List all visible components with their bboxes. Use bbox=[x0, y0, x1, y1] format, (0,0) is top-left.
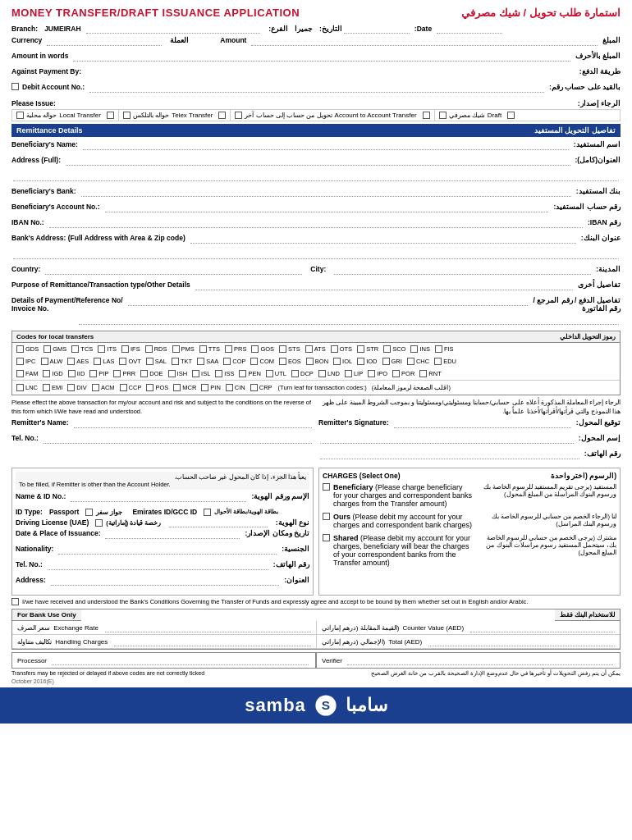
draft-checkbox2[interactable] bbox=[507, 112, 515, 119]
code-GDS[interactable]: GDS bbox=[14, 345, 41, 354]
code-TKT[interactable]: TKT bbox=[169, 357, 195, 366]
code-IOL[interactable]: IOL bbox=[331, 357, 355, 366]
code-SAL[interactable]: SAL bbox=[144, 357, 169, 366]
code-POR[interactable]: POR bbox=[390, 369, 417, 378]
code-GRI[interactable]: GRI bbox=[380, 357, 405, 366]
bank-address-field2[interactable] bbox=[13, 249, 619, 259]
nationality-field[interactable] bbox=[58, 545, 277, 555]
code-SCO[interactable]: SCO bbox=[381, 345, 408, 354]
driving-license-checkbox[interactable] bbox=[95, 519, 103, 527]
beneficiary-charge-checkbox[interactable] bbox=[323, 483, 330, 491]
date-place-field[interactable] bbox=[105, 529, 240, 539]
code-ISS[interactable]: ISS bbox=[213, 369, 236, 378]
code-MCR[interactable]: MCR bbox=[171, 382, 199, 393]
code-RDS[interactable]: RDS bbox=[143, 345, 170, 354]
local-transfer-checkbox2[interactable] bbox=[107, 112, 114, 119]
code-LIP[interactable]: LIP bbox=[342, 369, 365, 378]
code-AES[interactable]: AES bbox=[65, 357, 91, 366]
code-IID[interactable]: IID bbox=[66, 369, 88, 378]
code-PRR[interactable]: PRR bbox=[111, 369, 138, 378]
iban-field[interactable] bbox=[49, 218, 583, 228]
code-CIN[interactable]: CIN bbox=[223, 382, 248, 393]
ben-account-field[interactable] bbox=[105, 203, 549, 212]
name-id-field[interactable] bbox=[71, 492, 246, 502]
code-ISH[interactable]: ISH bbox=[166, 369, 190, 378]
remitter-name-ar-field[interactable] bbox=[320, 434, 574, 444]
total-field[interactable] bbox=[428, 637, 615, 646]
code-DIV[interactable]: DIV bbox=[65, 382, 89, 393]
country-field[interactable] bbox=[45, 265, 302, 275]
code-EDU[interactable]: EDU bbox=[432, 357, 459, 366]
currency-field[interactable] bbox=[47, 36, 162, 46]
code-CCP[interactable]: CCP bbox=[117, 382, 144, 393]
code-POS[interactable]: POS bbox=[144, 382, 171, 393]
account-transfer-checkbox2[interactable] bbox=[423, 112, 430, 119]
code-RNT[interactable]: RNT bbox=[417, 369, 443, 378]
code-OVT[interactable]: OVT bbox=[117, 357, 143, 366]
filler-tel-field[interactable] bbox=[48, 560, 268, 570]
code-PIN[interactable]: PIN bbox=[199, 382, 223, 393]
code-PMS[interactable]: PMS bbox=[170, 345, 197, 354]
code-DCP[interactable]: DCP bbox=[289, 369, 316, 378]
verifier-field[interactable] bbox=[347, 655, 613, 665]
id-type-field[interactable] bbox=[169, 518, 267, 527]
passport-checkbox[interactable] bbox=[85, 509, 93, 516]
code-CHC[interactable]: CHC bbox=[405, 357, 432, 366]
agreement-checkbox[interactable] bbox=[11, 598, 19, 605]
date-field-ar[interactable] bbox=[344, 24, 410, 34]
filler-address-field[interactable] bbox=[51, 576, 279, 586]
remitter-tel-field[interactable] bbox=[44, 434, 312, 444]
code-PEN[interactable]: PEN bbox=[236, 369, 263, 378]
code-COM[interactable]: COM bbox=[248, 357, 277, 366]
remitter-name-field[interactable] bbox=[74, 418, 312, 428]
code-LNC[interactable]: LNC bbox=[14, 382, 40, 393]
code-ISL[interactable]: ISL bbox=[190, 369, 213, 378]
payment-details-field[interactable] bbox=[128, 296, 529, 306]
code-PRS[interactable]: PRS bbox=[222, 345, 249, 354]
ben-bank-field[interactable] bbox=[81, 187, 571, 197]
draft-checkbox[interactable] bbox=[439, 112, 447, 119]
code-STR[interactable]: STR bbox=[355, 345, 381, 354]
code-PIP[interactable]: PIP bbox=[87, 369, 111, 378]
debit-field[interactable] bbox=[89, 83, 544, 93]
code-GOS[interactable]: GOS bbox=[249, 345, 277, 354]
city-field[interactable] bbox=[334, 265, 591, 275]
code-LAS[interactable]: LAS bbox=[91, 357, 117, 366]
code-COP[interactable]: COP bbox=[221, 357, 248, 366]
code-ITS[interactable]: ITS bbox=[95, 345, 119, 354]
account-transfer-checkbox[interactable] bbox=[235, 112, 242, 119]
address-field[interactable] bbox=[66, 156, 570, 166]
code-ALW[interactable]: ALW bbox=[39, 357, 66, 366]
code-INS[interactable]: INS bbox=[408, 345, 433, 354]
code-EMI[interactable]: EMI bbox=[40, 382, 65, 393]
code-CRP[interactable]: CRP bbox=[248, 382, 275, 393]
code-TCS[interactable]: TCS bbox=[69, 345, 95, 354]
code-DOE[interactable]: DOE bbox=[138, 369, 165, 378]
code-IGD[interactable]: IGD bbox=[40, 369, 65, 378]
amount-field[interactable] bbox=[251, 36, 598, 46]
local-transfer-checkbox[interactable] bbox=[16, 112, 24, 119]
code-BON[interactable]: BON bbox=[304, 357, 331, 366]
emirates-id-checkbox[interactable] bbox=[204, 509, 211, 516]
purpose-field[interactable] bbox=[195, 281, 573, 290]
ours-charge-checkbox[interactable] bbox=[323, 513, 330, 520]
code-LND[interactable]: LND bbox=[316, 369, 342, 378]
code-IPC[interactable]: IPC bbox=[14, 357, 39, 366]
code-ATS[interactable]: ATS bbox=[303, 345, 328, 354]
handling-charges-field[interactable] bbox=[114, 637, 310, 646]
code-STS[interactable]: STS bbox=[277, 345, 303, 354]
exchange-rate-field[interactable] bbox=[105, 623, 311, 632]
remitter-sig-field[interactable] bbox=[394, 418, 571, 428]
code-IFS[interactable]: IFS bbox=[119, 345, 143, 354]
amount-words-field[interactable] bbox=[73, 52, 570, 62]
telex-checkbox[interactable] bbox=[123, 112, 131, 119]
debit-account-checkbox[interactable] bbox=[11, 83, 19, 90]
code-TTS[interactable]: TTS bbox=[197, 345, 222, 354]
remitter-tel-ar-field[interactable] bbox=[320, 450, 579, 459]
code-GMS[interactable]: GMS bbox=[41, 345, 69, 354]
code-ACM[interactable]: ACM bbox=[89, 382, 117, 393]
counter-value-field[interactable] bbox=[470, 623, 615, 632]
payment-details-field2[interactable] bbox=[79, 315, 619, 325]
code-EOS[interactable]: EOS bbox=[277, 357, 304, 366]
bank-address-field[interactable] bbox=[190, 234, 576, 244]
